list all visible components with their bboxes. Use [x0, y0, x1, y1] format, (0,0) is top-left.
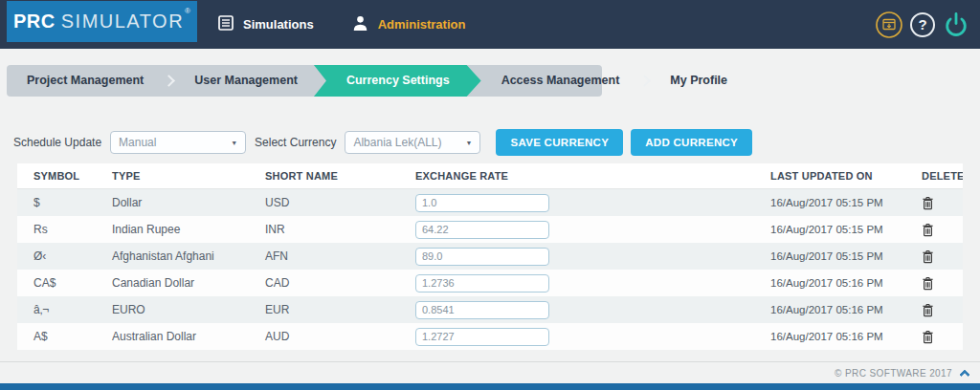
table-header-row: SYMBOL TYPE SHORT NAME EXCHANGE RATE LAS…: [17, 163, 963, 189]
currency-table: SYMBOL TYPE SHORT NAME EXCHANGE RATE LAS…: [17, 163, 963, 350]
tab-project-management[interactable]: Project Management: [7, 65, 164, 97]
exchange-rate-input[interactable]: [415, 221, 549, 239]
bottom-accent-bar: [0, 383, 980, 390]
tab-currency-settings[interactable]: Currency Settings: [314, 65, 481, 97]
help-icon[interactable]: ?: [910, 12, 935, 37]
cell-type: Australian Dollar: [96, 330, 249, 343]
exchange-rate-input[interactable]: [415, 194, 549, 212]
nav-simulations[interactable]: Simulations: [218, 15, 314, 33]
cell-type: Canadian Dollar: [96, 276, 249, 290]
delete-row-button[interactable]: [922, 303, 934, 317]
copyright-text: © PRC SOFTWARE 2017: [835, 368, 952, 379]
cell-short-name: AFN: [249, 249, 399, 263]
exchange-rate-input[interactable]: [415, 328, 549, 346]
cell-type: Dollar: [96, 196, 249, 209]
app-logo[interactable]: PRC SIMULATOR ®: [7, 1, 197, 42]
chevron-right-icon: [638, 75, 651, 87]
main-nav: Simulations Administration: [218, 0, 465, 49]
schedule-update-value: Manual: [119, 136, 156, 149]
cell-type: Indian Rupee: [96, 223, 249, 236]
cell-short-name: USD: [249, 196, 399, 209]
col-last-updated: LAST UPDATED ON: [754, 170, 905, 182]
cell-last-updated: 16/Aug/2017 05:16 PM: [754, 304, 905, 315]
dropdown-arrow-icon: ▼: [466, 140, 473, 146]
logo-brand-light: SIMULATOR: [61, 11, 184, 32]
table-row: Rs Indian Rupee INR 16/Aug/2017 05:15 PM: [17, 216, 963, 243]
currency-controls: Schedule Update Manual ▼ Select Currency…: [13, 129, 752, 156]
table-row: A$ Australian Dollar AUD 16/Aug/2017 05:…: [17, 323, 963, 350]
nav-administration[interactable]: Administration: [352, 15, 466, 34]
cell-last-updated: 16/Aug/2017 05:16 PM: [754, 331, 905, 342]
nav-simulations-label: Simulations: [243, 17, 314, 32]
settings-tabbar: Project Management User Management Curre…: [7, 65, 602, 97]
tab-my-profile[interactable]: My Profile: [650, 65, 747, 97]
delete-row-button[interactable]: [922, 196, 934, 210]
app-footer: © PRC SOFTWARE 2017: [0, 361, 980, 383]
table-row: $ Dollar USD 16/Aug/2017 05:15 PM: [17, 189, 963, 216]
select-currency-select[interactable]: Albania Lek(ALL) ▼: [345, 131, 480, 154]
scroll-top-chevron-icon[interactable]: [959, 369, 969, 379]
tab-user-management[interactable]: User Management: [174, 65, 318, 97]
exchange-rate-input[interactable]: [415, 274, 549, 292]
chevron-right-icon: [163, 75, 175, 87]
tab-access-management[interactable]: Access Management: [481, 65, 640, 97]
cell-symbol: A$: [17, 330, 96, 343]
cell-last-updated: 16/Aug/2017 05:15 PM: [754, 250, 905, 262]
select-currency-value: Albania Lek(ALL): [353, 136, 441, 149]
cell-short-name: INR: [249, 223, 399, 236]
cell-type: EURO: [96, 303, 249, 316]
registered-mark: ®: [185, 7, 190, 15]
delete-row-button[interactable]: [922, 276, 934, 291]
col-short-name: SHORT NAME: [249, 170, 399, 182]
window-download-icon[interactable]: [875, 11, 903, 39]
list-icon: [218, 15, 234, 33]
logo-brand-bold: PRC: [13, 11, 56, 32]
exchange-rate-input[interactable]: [415, 301, 549, 319]
cell-short-name: EUR: [249, 303, 399, 316]
cell-symbol: Rs: [17, 223, 96, 236]
select-currency-label: Select Currency: [255, 136, 336, 149]
exchange-rate-input[interactable]: [415, 248, 549, 266]
prc-simulator-app: PRC SIMULATOR ® Simulations: [0, 0, 980, 390]
cell-symbol: $: [17, 196, 96, 209]
cell-last-updated: 16/Aug/2017 05:15 PM: [754, 224, 905, 235]
help-glyph: ?: [918, 16, 926, 32]
cell-last-updated: 16/Aug/2017 05:15 PM: [754, 197, 905, 208]
delete-row-button[interactable]: [922, 249, 934, 264]
schedule-update-select[interactable]: Manual ▼: [110, 131, 246, 154]
col-exchange-rate: EXCHANGE RATE: [399, 170, 754, 182]
table-row: CA$ Canadian Dollar CAD 16/Aug/2017 05:1…: [17, 270, 963, 296]
cell-symbol: â‚¬: [17, 303, 96, 316]
logout-power-icon[interactable]: [942, 11, 970, 39]
cell-short-name: AUD: [249, 330, 399, 343]
cell-symbol: CA$: [17, 276, 96, 290]
dropdown-arrow-icon: ▼: [231, 140, 237, 146]
delete-row-button[interactable]: [922, 330, 934, 344]
schedule-update-label: Schedule Update: [13, 136, 101, 149]
app-header: PRC SIMULATOR ® Simulations: [0, 0, 980, 49]
person-icon: [352, 15, 368, 34]
delete-row-button[interactable]: [922, 223, 934, 237]
cell-last-updated: 16/Aug/2017 05:16 PM: [754, 277, 905, 289]
table-row: â‚¬ EURO EUR 16/Aug/2017 05:16 PM: [17, 296, 963, 323]
col-symbol: SYMBOL: [17, 170, 96, 182]
save-currency-button[interactable]: SAVE CURRENCY: [496, 129, 623, 156]
col-type: TYPE: [96, 170, 249, 182]
col-delete: DELETE: [905, 170, 963, 182]
cell-symbol: Ø‹: [17, 249, 96, 263]
add-currency-button[interactable]: ADD CURRENCY: [631, 129, 752, 156]
table-row: Ø‹ Afghanistan Afghani AFN 16/Aug/2017 0…: [17, 243, 963, 270]
nav-administration-label: Administration: [378, 17, 466, 32]
cell-type: Afghanistan Afghani: [96, 249, 249, 263]
cell-short-name: CAD: [249, 276, 399, 290]
header-actions: ?: [875, 0, 970, 49]
